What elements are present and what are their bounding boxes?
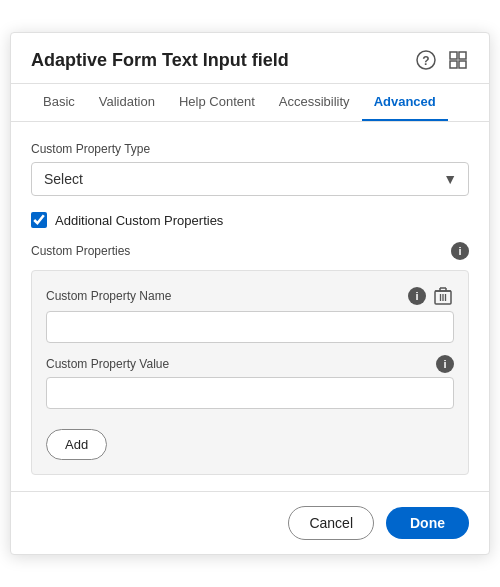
- add-button[interactable]: Add: [46, 429, 107, 460]
- svg-rect-3: [459, 52, 466, 59]
- custom-property-name-label: Custom Property Name: [46, 289, 171, 303]
- custom-properties-info-icon[interactable]: i: [451, 242, 469, 260]
- svg-rect-2: [450, 52, 457, 59]
- tab-validation[interactable]: Validation: [87, 84, 167, 121]
- custom-property-value-label: Custom Property Value: [46, 357, 169, 371]
- svg-text:?: ?: [422, 54, 429, 68]
- property-value-info-icon[interactable]: i: [436, 355, 454, 373]
- custom-property-name-input[interactable]: [46, 311, 454, 343]
- additional-custom-properties-label: Additional Custom Properties: [55, 213, 223, 228]
- property-name-row: Custom Property Name i: [46, 285, 454, 343]
- property-name-row-header: Custom Property Name i: [46, 285, 454, 307]
- dialog-header: Adaptive Form Text Input field ?: [11, 33, 489, 84]
- property-value-row: Custom Property Value i: [46, 355, 454, 409]
- additional-custom-properties-checkbox[interactable]: [31, 212, 47, 228]
- tab-basic[interactable]: Basic: [31, 84, 87, 121]
- expand-icon[interactable]: [447, 49, 469, 71]
- custom-properties-label: Custom Properties: [31, 244, 130, 258]
- done-button[interactable]: Done: [386, 507, 469, 539]
- help-icon[interactable]: ?: [415, 49, 437, 71]
- custom-property-type-select[interactable]: Select: [31, 162, 469, 196]
- custom-properties-box: Custom Property Name i: [31, 270, 469, 475]
- property-value-icons: i: [436, 355, 454, 373]
- select-wrapper: Select ▼: [31, 162, 469, 196]
- svg-rect-4: [450, 61, 457, 68]
- dialog-body: Custom Property Type Select ▼ Additional…: [11, 122, 489, 491]
- custom-property-value-input[interactable]: [46, 377, 454, 409]
- property-value-row-header: Custom Property Value i: [46, 355, 454, 373]
- tabs-bar: Basic Validation Help Content Accessibil…: [11, 84, 489, 122]
- additional-custom-properties-row: Additional Custom Properties: [31, 212, 469, 228]
- svg-rect-5: [459, 61, 466, 68]
- tab-help-content[interactable]: Help Content: [167, 84, 267, 121]
- dialog-footer: Cancel Done: [11, 491, 489, 554]
- header-icons: ?: [415, 49, 469, 71]
- dialog-title: Adaptive Form Text Input field: [31, 50, 289, 71]
- custom-properties-section-header: Custom Properties i: [31, 242, 469, 260]
- tab-advanced[interactable]: Advanced: [362, 84, 448, 121]
- property-name-delete-icon[interactable]: [432, 285, 454, 307]
- property-name-info-icon[interactable]: i: [408, 287, 426, 305]
- property-name-icons: i: [408, 285, 454, 307]
- cancel-button[interactable]: Cancel: [288, 506, 374, 540]
- dialog: Adaptive Form Text Input field ? Basic V…: [10, 32, 490, 555]
- tab-accessibility[interactable]: Accessibility: [267, 84, 362, 121]
- custom-property-type-label: Custom Property Type: [31, 142, 469, 156]
